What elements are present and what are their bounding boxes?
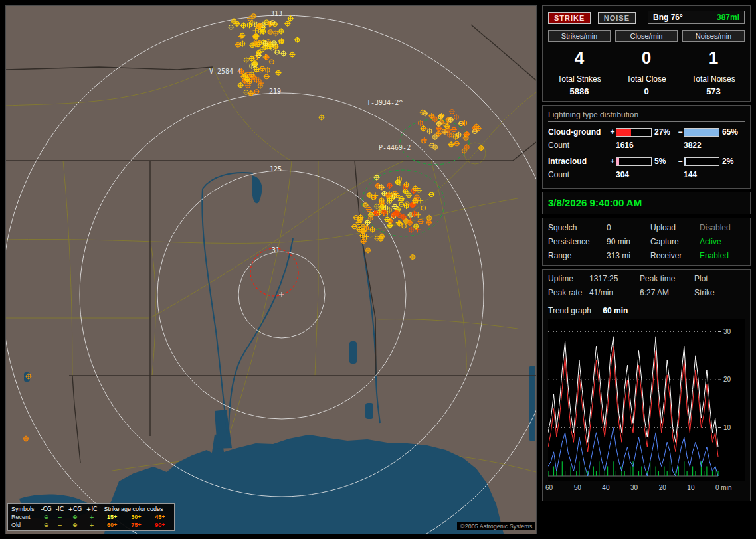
map-canvas[interactable]: 31321912531V-2584-4T-3934-2^P-4469-2 bbox=[6, 6, 536, 534]
datetime-section: 3/8/2026 9:40:00 AM bbox=[542, 192, 751, 214]
svg-text:P-4469-2: P-4469-2 bbox=[379, 144, 411, 151]
neg-cg-old-icon: ⊖ bbox=[39, 521, 54, 529]
counters-section: STRIKE NOISE Bng 76° 387mi Strikes/min C… bbox=[542, 5, 751, 102]
bearing-value: Bng 76° bbox=[653, 13, 683, 22]
distribution-section: Lightning type distribution Cloud-ground… bbox=[542, 105, 751, 189]
svg-text:31: 31 bbox=[272, 246, 280, 254]
total-noises-label: Total Noises bbox=[682, 74, 745, 84]
range-label: Range bbox=[548, 251, 607, 260]
trend-graph-canvas: 302010 bbox=[548, 319, 745, 481]
svg-text:313: 313 bbox=[270, 10, 282, 17]
trend-x-tick: 20 bbox=[659, 484, 666, 491]
trend-window-value: 60 min bbox=[603, 306, 628, 315]
svg-text:20: 20 bbox=[723, 376, 731, 383]
strikes-per-min-button[interactable]: Strikes/min bbox=[548, 30, 611, 42]
age-90-label: 90+ bbox=[148, 521, 172, 529]
total-strikes-value: 5886 bbox=[548, 86, 611, 96]
legend-col-neg-ic: -IC bbox=[54, 505, 66, 513]
uptime-value: 1317:25 bbox=[589, 274, 640, 283]
map-view[interactable]: 31321912531V-2584-4T-3934-2^P-4469-2 Sym… bbox=[5, 5, 537, 534]
noises-per-min-button[interactable]: Noises/min bbox=[682, 30, 745, 42]
cg-minus-bar bbox=[684, 128, 719, 137]
bearing-readout: Bng 76° 387mi bbox=[648, 11, 745, 24]
ic-plus-pct: 5% bbox=[652, 157, 677, 166]
map-legend: Symbols -CG -IC +CG +IC Strike age color… bbox=[7, 503, 175, 531]
ic-minus-pct: 2% bbox=[719, 157, 742, 166]
trend-x-tick: 50 bbox=[574, 484, 581, 491]
squelch-label: Squelch bbox=[548, 223, 607, 232]
svg-text:V-2584-4: V-2584-4 bbox=[209, 68, 241, 75]
trend-x-tick: 40 bbox=[602, 484, 609, 491]
age-15-label: 15+ bbox=[100, 513, 124, 521]
lightning-detector-window: 31321912531V-2584-4T-3934-2^P-4469-2 Sym… bbox=[0, 0, 756, 539]
receiver-status: Enabled bbox=[700, 251, 746, 260]
plot-mode-value: Strike bbox=[694, 288, 741, 297]
cg-plus-bar bbox=[616, 128, 652, 137]
trend-graph-caption: Trend graph 60 min bbox=[548, 306, 745, 315]
total-noises-value: 573 bbox=[682, 86, 745, 96]
strike-indicator-button[interactable]: STRIKE bbox=[548, 12, 591, 24]
trend-graph: 302010 6050403020100 min bbox=[548, 319, 745, 493]
legend-col-pos-cg: +CG bbox=[66, 505, 84, 513]
peak-time-label: Peak time bbox=[640, 274, 694, 283]
total-strikes-label: Total Strikes bbox=[548, 74, 611, 84]
trend-x-tick: 60 bbox=[545, 484, 553, 491]
upload-status: Disabled bbox=[700, 223, 746, 232]
trend-x-tick: 0 min bbox=[715, 484, 731, 491]
intracloud-count-row: Count 304 144 bbox=[548, 170, 745, 179]
pos-ic-recent-icon: + bbox=[84, 513, 100, 521]
trend-x-tick: 30 bbox=[630, 484, 638, 491]
noise-indicator-button[interactable]: NOISE bbox=[598, 12, 636, 24]
legend-symbols-header: Symbols bbox=[10, 505, 39, 513]
status-panel: STRIKE NOISE Bng 76° 387mi Strikes/min C… bbox=[542, 5, 751, 534]
total-close-label: Total Close bbox=[615, 74, 678, 84]
pos-cg-old-icon: ⊕ bbox=[66, 521, 84, 529]
svg-text:30: 30 bbox=[723, 328, 731, 335]
close-per-min-value: 0 bbox=[615, 48, 678, 68]
capture-label: Capture bbox=[650, 237, 700, 246]
copyright-notice: ©2005 Astrogenic Systems bbox=[457, 522, 535, 530]
total-noises: Total Noises 573 bbox=[682, 74, 745, 96]
persistence-value: 90 min bbox=[607, 237, 650, 246]
neg-ic-old-icon: − bbox=[54, 521, 66, 529]
cg-minus-count: 3822 bbox=[684, 141, 719, 150]
cg-plus-count: 1616 bbox=[616, 141, 652, 150]
svg-text:125: 125 bbox=[270, 165, 282, 173]
pos-cg-recent-icon: ⊕ bbox=[66, 513, 84, 521]
status-section: Squelch 0 Upload Disabled Persistence 90… bbox=[542, 218, 751, 266]
age-60-label: 60+ bbox=[100, 521, 124, 529]
legend-col-neg-cg: -CG bbox=[39, 505, 54, 513]
noises-per-min-value: 1 bbox=[682, 48, 745, 68]
age-75-label: 75+ bbox=[124, 521, 148, 529]
capture-status: Active bbox=[700, 237, 746, 246]
neg-ic-recent-icon: − bbox=[54, 513, 66, 521]
ic-plus-bar bbox=[616, 157, 652, 166]
uptime-label: Uptime bbox=[548, 274, 589, 283]
cloud-ground-row: Cloud-ground + 27% − 65% bbox=[548, 127, 745, 137]
intracloud-row: Intracloud + 5% − 2% bbox=[548, 157, 745, 166]
current-datetime: 3/8/2026 9:40:00 AM bbox=[548, 197, 642, 208]
distribution-title: Lightning type distribution bbox=[548, 110, 745, 122]
svg-text:219: 219 bbox=[269, 88, 281, 95]
distance-value: 387mi bbox=[717, 13, 739, 22]
total-close: Total Close 0 bbox=[615, 74, 678, 96]
ic-minus-count: 144 bbox=[684, 170, 719, 179]
cg-minus-pct: 65% bbox=[719, 127, 742, 137]
neg-cg-recent-icon: ⊖ bbox=[39, 513, 54, 521]
age-30-label: 30+ bbox=[124, 513, 148, 521]
legend-col-pos-ic: +IC bbox=[84, 505, 100, 513]
upload-label: Upload bbox=[650, 223, 700, 232]
peak-time-value: 6:27 AM bbox=[640, 288, 694, 297]
legend-row-recent-label: Recent bbox=[10, 513, 39, 521]
plot-label: Plot bbox=[694, 274, 741, 283]
svg-text:10: 10 bbox=[723, 424, 731, 431]
close-per-min-button[interactable]: Close/min bbox=[615, 30, 678, 42]
total-strikes: Total Strikes 5886 bbox=[548, 74, 611, 96]
age-45-label: 45+ bbox=[148, 513, 172, 521]
trend-section: Uptime 1317:25 Peak time Plot Peak rate … bbox=[542, 269, 751, 501]
peak-rate-value: 41/min bbox=[589, 288, 640, 297]
svg-text:T-3934-2^: T-3934-2^ bbox=[367, 99, 403, 106]
receiver-label: Receiver bbox=[650, 251, 700, 260]
squelch-value: 0 bbox=[607, 223, 650, 232]
persistence-label: Persistence bbox=[548, 237, 607, 246]
